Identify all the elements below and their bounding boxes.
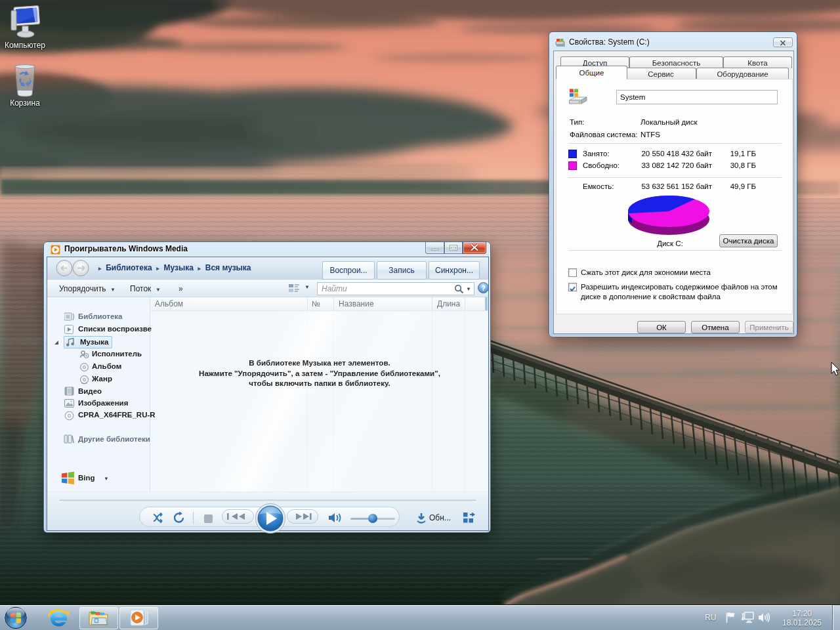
svg-text:?: ?: [481, 284, 486, 292]
